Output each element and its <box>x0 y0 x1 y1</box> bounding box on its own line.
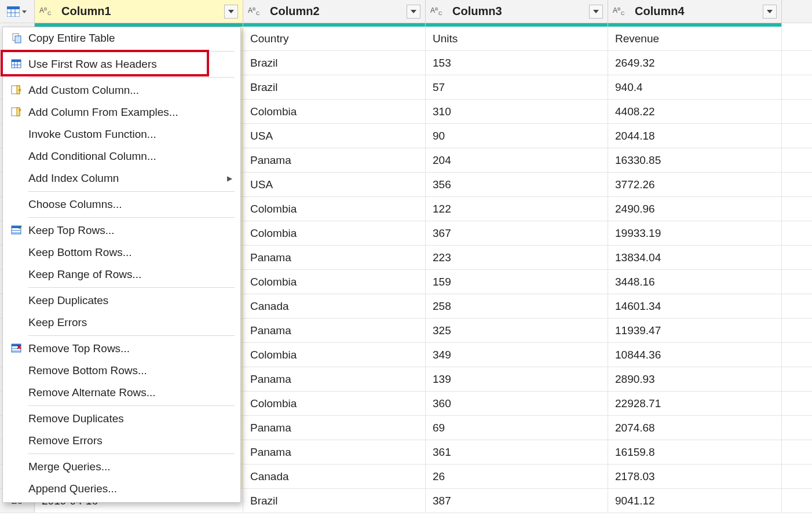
menu-item-label: Append Queries... <box>28 482 232 495</box>
cell-column3[interactable]: 204 <box>426 148 608 172</box>
column-filter-button[interactable] <box>589 5 603 19</box>
cell-column2[interactable]: Panama <box>243 367 426 391</box>
cell-column3[interactable]: 367 <box>426 221 608 245</box>
cell-column4[interactable]: 16159.8 <box>608 440 782 464</box>
menu-item-keep-bottom-rows[interactable]: Keep Bottom Rows... <box>3 242 240 264</box>
cell-column2[interactable]: Brazil <box>243 489 426 513</box>
menu-item-invoke-custom-function[interactable]: Invoke Custom Function... <box>3 123 240 145</box>
menu-item-append-queries[interactable]: Append Queries... <box>3 478 240 500</box>
cell-column2[interactable]: Panama <box>243 416 426 440</box>
svg-marker-17 <box>593 10 599 13</box>
cell-column4[interactable]: 3772.26 <box>608 173 782 196</box>
chevron-down-icon <box>228 8 235 15</box>
cell-column3[interactable]: 159 <box>426 270 608 294</box>
cell-column3[interactable]: 361 <box>426 440 608 464</box>
column-filter-button[interactable] <box>407 5 420 19</box>
keeprows-icon: ✔ <box>11 225 28 236</box>
cell-column4[interactable]: 2490.96 <box>608 197 782 221</box>
menu-item-add-index-column[interactable]: Add Index Column▶ <box>3 167 240 189</box>
cell-column2[interactable]: USA <box>243 173 426 196</box>
cell-column3[interactable]: Units <box>426 27 608 50</box>
menu-item-remove-bottom-rows[interactable]: Remove Bottom Rows... <box>3 360 240 382</box>
menu-item-merge-queries[interactable]: Merge Queries... <box>3 456 240 478</box>
menu-item-add-column-from-examples[interactable]: Add Column From Examples... <box>3 101 240 123</box>
menu-item-remove-alternate-rows[interactable]: Remove Alternate Rows... <box>3 382 240 404</box>
menu-item-keep-range-of-rows[interactable]: Keep Range of Rows... <box>3 264 240 286</box>
cell-column3[interactable]: 69 <box>426 416 608 440</box>
menu-item-add-conditional-column[interactable]: Add Conditional Column... <box>3 145 240 167</box>
cell-column4[interactable]: 2044.18 <box>608 124 782 148</box>
cell-column2[interactable]: Panama <box>243 440 426 464</box>
column-filter-button[interactable] <box>224 5 238 19</box>
cell-column2[interactable]: Colombia <box>243 270 426 294</box>
cell-column4[interactable]: 19933.19 <box>608 221 782 245</box>
cell-column4[interactable]: 2890.93 <box>608 367 782 391</box>
chevron-down-icon <box>410 8 417 15</box>
cell-column3[interactable]: 122 <box>426 197 608 221</box>
cell-column2[interactable]: Colombia <box>243 100 426 123</box>
cell-column3[interactable]: 325 <box>426 319 608 342</box>
cell-column4[interactable]: 9041.12 <box>608 489 782 513</box>
menu-separator <box>28 335 235 336</box>
column-header-column4[interactable]: ABC Column4 <box>608 0 782 23</box>
menu-item-choose-columns[interactable]: Choose Columns... <box>3 193 240 215</box>
cell-column4[interactable]: 14601.34 <box>608 294 782 318</box>
table-select-button[interactable] <box>0 0 35 23</box>
cell-column4[interactable]: 22928.71 <box>608 392 782 415</box>
cell-column2[interactable]: Canada <box>243 465 426 488</box>
cell-column3[interactable]: 349 <box>426 343 608 367</box>
cell-column4[interactable]: 4408.22 <box>608 100 782 123</box>
column-header-column2[interactable]: ABC Column2 <box>243 0 426 23</box>
chevron-down-icon <box>592 8 599 15</box>
cell-column3[interactable]: 387 <box>426 489 608 513</box>
cell-column2[interactable]: Colombia <box>243 221 426 245</box>
menu-item-remove-errors[interactable]: Remove Errors <box>3 430 240 452</box>
menu-item-remove-top-rows[interactable]: Remove Top Rows... <box>3 338 240 360</box>
cell-column4[interactable]: 2178.03 <box>608 465 782 488</box>
menu-item-remove-duplicates[interactable]: Remove Duplicates <box>3 408 240 430</box>
menu-item-use-first-row-as-headers[interactable]: Use First Row as Headers <box>3 53 240 75</box>
cell-column3[interactable]: 57 <box>426 75 608 99</box>
column-header-column1[interactable]: ABC Column1 <box>35 0 243 23</box>
cell-column4[interactable]: Revenue <box>608 27 782 50</box>
svg-marker-5 <box>22 10 27 13</box>
cell-column2[interactable]: Brazil <box>243 75 426 99</box>
cell-column2[interactable]: USA <box>243 124 426 148</box>
menu-item-keep-errors[interactable]: Keep Errors <box>3 312 240 334</box>
cell-column2[interactable]: Panama <box>243 148 426 172</box>
cell-column2[interactable]: Colombia <box>243 197 426 221</box>
menu-item-keep-top-rows[interactable]: ✔Keep Top Rows... <box>3 220 240 242</box>
cell-column2[interactable]: Colombia <box>243 392 426 415</box>
menu-item-copy-entire-table[interactable]: Copy Entire Table <box>3 27 240 49</box>
menu-item-add-custom-column[interactable]: ✶Add Custom Column... <box>3 79 240 101</box>
cell-column4[interactable]: 11939.47 <box>608 319 782 342</box>
cell-column2[interactable]: Country <box>243 27 426 50</box>
column-header-column3[interactable]: ABC Column3 <box>426 0 608 23</box>
cell-column2[interactable]: Panama <box>243 246 426 269</box>
cell-column4[interactable]: 10844.36 <box>608 343 782 367</box>
cell-column4[interactable]: 2649.32 <box>608 51 782 75</box>
cell-column3[interactable]: 360 <box>426 392 608 415</box>
cell-column2[interactable]: Panama <box>243 319 426 342</box>
cell-column3[interactable]: 26 <box>426 465 608 488</box>
svg-rect-23 <box>15 36 21 43</box>
cell-column2[interactable]: Canada <box>243 294 426 318</box>
menu-item-label: Keep Bottom Rows... <box>28 246 232 259</box>
column-filter-button[interactable] <box>763 5 777 19</box>
cell-column4[interactable]: 3448.16 <box>608 270 782 294</box>
cell-column3[interactable]: 258 <box>426 294 608 318</box>
cell-column4[interactable]: 940.4 <box>608 75 782 99</box>
cell-column3[interactable]: 90 <box>426 124 608 148</box>
cell-column4[interactable]: 2074.68 <box>608 416 782 440</box>
cell-column3[interactable]: 153 <box>426 51 608 75</box>
cell-column3[interactable]: 356 <box>426 173 608 196</box>
cell-column2[interactable]: Colombia <box>243 343 426 367</box>
svg-text:B: B <box>435 6 438 12</box>
cell-column3[interactable]: 223 <box>426 246 608 269</box>
cell-column2[interactable]: Brazil <box>243 51 426 75</box>
menu-item-keep-duplicates[interactable]: Keep Duplicates <box>3 290 240 312</box>
cell-column3[interactable]: 310 <box>426 100 608 123</box>
cell-column4[interactable]: 16330.85 <box>608 148 782 172</box>
cell-column3[interactable]: 139 <box>426 367 608 391</box>
cell-column4[interactable]: 13834.04 <box>608 246 782 269</box>
